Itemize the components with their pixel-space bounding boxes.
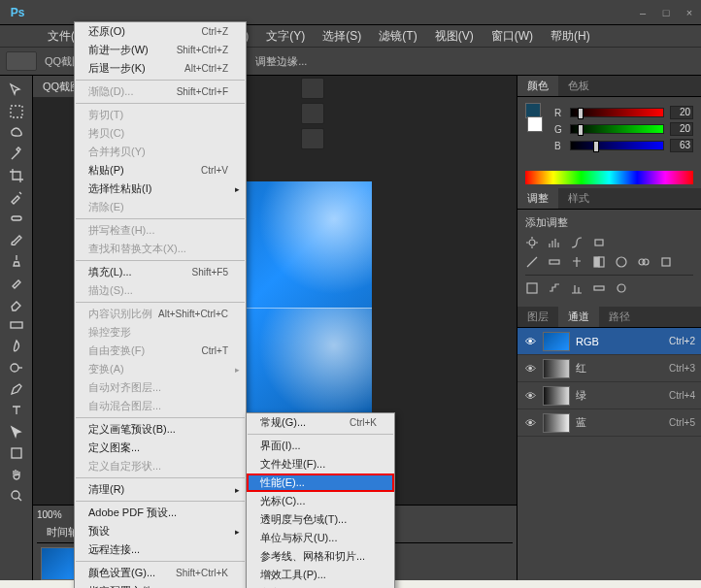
submenu-item[interactable]: 透明度与色域(T)...: [247, 510, 394, 529]
submenu-item[interactable]: 文字(Y)...: [247, 584, 394, 588]
blur-tool[interactable]: [2, 336, 31, 357]
menu-item[interactable]: 合并拷贝(Y): [75, 143, 246, 161]
crop-tool[interactable]: [2, 165, 31, 186]
pen-tool[interactable]: [2, 378, 31, 400]
levels-icon[interactable]: [548, 236, 561, 249]
lasso-tool[interactable]: [2, 122, 31, 144]
brush-tool[interactable]: [2, 229, 31, 250]
channel-row[interactable]: 👁红Ctrl+3: [517, 355, 701, 382]
menu-item[interactable]: 前进一步(W)Shift+Ctrl+Z: [75, 41, 246, 59]
r-slider[interactable]: [570, 108, 664, 117]
move-tool[interactable]: [2, 80, 31, 101]
submenu-item[interactable]: 单位与标尺(U)...: [247, 529, 394, 547]
eraser-tool[interactable]: [2, 293, 31, 314]
lookup-icon[interactable]: [659, 255, 673, 269]
tab-paths[interactable]: 路径: [599, 307, 640, 327]
vibrance-icon[interactable]: [525, 255, 539, 269]
collapsed-icon[interactable]: [301, 128, 324, 149]
menu-item[interactable]: 自动对齐图层...: [75, 378, 246, 397]
visibility-icon[interactable]: 👁: [523, 417, 537, 429]
tab-layers[interactable]: 图层: [517, 307, 558, 327]
menu-item[interactable]: 定义自定形状...: [75, 457, 246, 475]
menu-item[interactable]: 自由变换(F)Ctrl+T: [75, 342, 246, 360]
maximize-button[interactable]: □: [654, 5, 678, 20]
menu-item[interactable]: 变换(A)▸: [75, 360, 246, 378]
menu-item[interactable]: 自动混合图层...: [75, 397, 246, 415]
menu-item[interactable]: 预设▸: [75, 522, 246, 540]
menu-item[interactable]: Adobe PDF 预设...: [75, 504, 246, 522]
zoom-tool[interactable]: [2, 485, 31, 506]
refine-edge-label[interactable]: 调整边缘...: [255, 54, 307, 69]
tab-styles[interactable]: 样式: [558, 188, 599, 209]
hue-icon[interactable]: [548, 255, 561, 269]
path-select-tool[interactable]: [2, 421, 31, 442]
submenu-item[interactable]: 增效工具(P)...: [247, 566, 394, 584]
channel-row[interactable]: 👁绿Ctrl+4: [517, 382, 701, 409]
tab-color[interactable]: 颜色: [517, 76, 558, 96]
menu-item[interactable]: 远程连接...: [75, 540, 246, 559]
menu-item[interactable]: 剪切(T): [75, 106, 246, 124]
mixer-icon[interactable]: [637, 255, 651, 269]
bg-swatch[interactable]: [527, 116, 543, 132]
menu-select[interactable]: 选择(S): [314, 25, 370, 47]
menu-item[interactable]: 清理(R)▸: [75, 480, 246, 499]
history-brush-tool[interactable]: [2, 272, 31, 293]
shape-tool[interactable]: [2, 442, 31, 464]
menu-item[interactable]: 渐隐(D)...Shift+Ctrl+F: [75, 82, 246, 101]
submenu-item[interactable]: 界面(I)...: [247, 437, 394, 455]
exposure-icon[interactable]: [592, 236, 606, 249]
submenu-item[interactable]: 常规(G)...Ctrl+K: [247, 413, 394, 432]
visibility-icon[interactable]: 👁: [523, 363, 537, 375]
submenu-item[interactable]: 参考线、网格和切片...: [247, 547, 394, 566]
balance-icon[interactable]: [570, 255, 584, 269]
menu-item[interactable]: 后退一步(K)Alt+Ctrl+Z: [75, 59, 246, 78]
bw-icon[interactable]: [592, 255, 606, 269]
threshold-icon[interactable]: [570, 281, 584, 295]
menu-item[interactable]: 拷贝(C): [75, 124, 246, 143]
menu-item[interactable]: 定义图案...: [75, 439, 246, 457]
hand-tool[interactable]: [2, 464, 31, 485]
selective-icon[interactable]: [615, 281, 628, 295]
menu-item[interactable]: 内容识别比例Alt+Shift+Ctrl+C: [75, 305, 246, 323]
menu-help[interactable]: 帮助(H): [542, 25, 599, 47]
minimize-button[interactable]: –: [631, 5, 654, 20]
submenu-item[interactable]: 文件处理(F)...: [247, 455, 394, 474]
g-slider[interactable]: [570, 124, 664, 134]
curves-icon[interactable]: [570, 236, 584, 249]
submenu-item[interactable]: 光标(C)...: [247, 492, 394, 510]
hue-strip[interactable]: [525, 171, 693, 184]
menu-view[interactable]: 视图(V): [426, 25, 483, 47]
menu-item[interactable]: 定义画笔预设(B)...: [75, 420, 246, 439]
menu-item[interactable]: 清除(E): [75, 198, 246, 216]
tab-adjust[interactable]: 调整: [517, 188, 558, 209]
menu-item[interactable]: 指定配置文件...: [75, 582, 246, 588]
tab-channels[interactable]: 通道: [558, 307, 599, 327]
stamp-tool[interactable]: [2, 250, 31, 272]
close-button[interactable]: ×: [678, 5, 701, 20]
visibility-icon[interactable]: 👁: [523, 336, 537, 347]
menu-window[interactable]: 窗口(W): [483, 25, 542, 47]
visibility-icon[interactable]: 👁: [523, 390, 537, 402]
dodge-tool[interactable]: [2, 357, 31, 378]
b-value[interactable]: 63: [670, 139, 693, 152]
channel-row[interactable]: 👁RGBCtrl+2: [517, 328, 701, 355]
r-value[interactable]: 20: [670, 106, 693, 119]
menu-filter[interactable]: 滤镜(T): [370, 25, 425, 47]
collapsed-icon[interactable]: [301, 78, 324, 99]
invert-icon[interactable]: [525, 281, 539, 295]
type-tool[interactable]: [2, 400, 31, 421]
brightness-icon[interactable]: [525, 236, 539, 249]
menu-item[interactable]: 描边(S)...: [75, 281, 246, 300]
tool-preset-icon[interactable]: [6, 51, 37, 71]
wand-tool[interactable]: [2, 144, 31, 165]
poster-icon[interactable]: [548, 281, 561, 295]
g-value[interactable]: 20: [670, 122, 693, 136]
heal-tool[interactable]: [2, 208, 31, 229]
tab-swatches[interactable]: 色板: [558, 76, 599, 96]
menu-item[interactable]: 查找和替换文本(X)...: [75, 240, 246, 258]
menu-item[interactable]: 拼写检查(H)...: [75, 221, 246, 240]
channel-row[interactable]: 👁蓝Ctrl+5: [517, 409, 701, 437]
menu-item[interactable]: 粘贴(P)Ctrl+V: [75, 161, 246, 180]
eyedropper-tool[interactable]: [2, 186, 31, 208]
menu-item[interactable]: 颜色设置(G)...Shift+Ctrl+K: [75, 564, 246, 582]
